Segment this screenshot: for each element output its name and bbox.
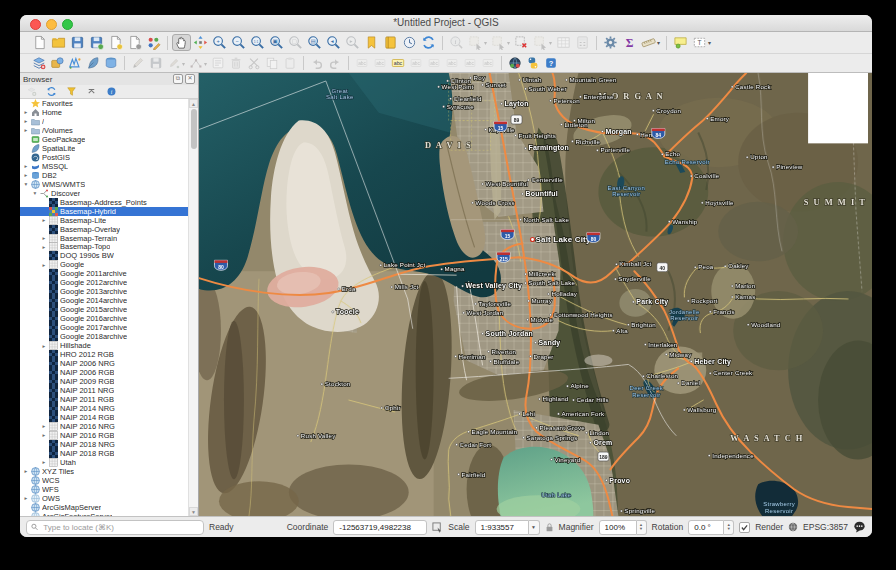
tree-item-naip-2016-nrg[interactable]: ▸NAIP 2016 NRG xyxy=(20,422,198,431)
tree-item-spatialite[interactable]: SpatiaLite xyxy=(20,144,198,153)
dropdown-arrow-icon[interactable]: ▾ xyxy=(708,39,711,46)
expand-closed-icon[interactable]: ▸ xyxy=(40,217,48,223)
tree-item-google-2011archive[interactable]: Google 2011archive xyxy=(20,269,198,278)
tree-item-mssql[interactable]: ▸MSSQL xyxy=(20,162,198,171)
add-geopackage-layer-button[interactable] xyxy=(48,55,66,71)
tree-item-arcgismapserver[interactable]: ArcGisMapServer xyxy=(20,503,198,512)
tree-item-discover[interactable]: ▾Discover xyxy=(20,189,198,198)
quickmapservices-button[interactable] xyxy=(506,55,524,71)
statistical-summary-button[interactable]: Σ xyxy=(620,34,639,51)
locator-input[interactable] xyxy=(41,522,199,533)
tree-item-google[interactable]: ▸Google xyxy=(20,260,198,269)
zoom-window-button[interactable] xyxy=(62,19,73,30)
rotation-spinner[interactable]: ▲▼ xyxy=(724,520,734,535)
refresh-map-button[interactable] xyxy=(419,34,438,51)
zoom-in-button[interactable]: + xyxy=(210,34,229,51)
render-checkbox[interactable] xyxy=(739,522,750,533)
dropdown-arrow-icon[interactable]: ▾ xyxy=(549,39,552,46)
expand-closed-icon[interactable]: ▸ xyxy=(22,468,30,474)
expand-closed-icon[interactable]: ▸ xyxy=(22,495,30,501)
tree-item-basemap-terrain[interactable]: ▸Basemap-Terrain xyxy=(20,234,198,243)
minimize-window-button[interactable] xyxy=(46,19,57,30)
new-project-button[interactable] xyxy=(30,34,49,51)
dropdown-arrow-icon[interactable]: ▾ xyxy=(507,39,510,46)
dropdown-arrow-icon[interactable]: ▾ xyxy=(484,39,487,46)
close-window-button[interactable] xyxy=(30,19,41,30)
help-button[interactable]: ? xyxy=(542,55,560,71)
tree-item-arcgisfeatureserver[interactable]: ArcGisFeatureServer xyxy=(20,512,198,516)
expand-open-icon[interactable]: ▾ xyxy=(22,181,30,187)
scale-combo[interactable] xyxy=(475,520,529,535)
measure-button[interactable]: ▾ xyxy=(639,34,662,51)
scroll-down-arrow[interactable]: ▼ xyxy=(189,507,198,516)
data-source-manager-button[interactable] xyxy=(30,55,48,71)
enable-properties-widget-button[interactable]: i xyxy=(104,85,119,98)
tree-item-favorites[interactable]: Favorites xyxy=(20,99,198,108)
tree-item-basemap-lite[interactable]: ▸Basemap-Lite xyxy=(20,216,198,225)
crs-globe-icon[interactable] xyxy=(788,522,798,532)
magnifier-spinner[interactable]: ▲▼ xyxy=(637,520,647,535)
tree-item-ows[interactable]: ▸OWS xyxy=(20,494,198,503)
expand-closed-icon[interactable]: ▸ xyxy=(22,172,30,178)
tree-item--[interactable]: ▸/ xyxy=(20,117,198,126)
expand-closed-icon[interactable]: ▸ xyxy=(40,423,48,429)
close-panel-button[interactable]: ✕ xyxy=(185,74,195,84)
expand-closed-icon[interactable]: ▸ xyxy=(40,244,48,250)
expand-closed-icon[interactable]: ▸ xyxy=(40,343,48,349)
new-bookmark-button[interactable] xyxy=(362,34,381,51)
refresh-browser-button[interactable] xyxy=(44,85,59,98)
show-map-tips-abc-button[interactable]: abc xyxy=(389,55,407,71)
dropdown-arrow-icon[interactable]: ▾ xyxy=(657,39,660,46)
map-tips-button[interactable] xyxy=(671,34,690,51)
expand-open-icon[interactable]: ▾ xyxy=(31,190,39,196)
processing-toolbox-button[interactable] xyxy=(601,34,620,51)
show-bookmarks-button[interactable] xyxy=(381,34,400,51)
extent-toggle-icon[interactable] xyxy=(432,522,443,533)
tree-item-naip-2011-rgb[interactable]: NAIP 2011 RGB xyxy=(20,395,198,404)
tree-item-naip-2009-rgb[interactable]: NAIP 2009 RGB xyxy=(20,377,198,386)
tree-item-xyz-tiles[interactable]: ▸XYZ Tiles xyxy=(20,467,198,476)
expand-closed-icon[interactable]: ▸ xyxy=(22,163,30,169)
tree-item-wcs[interactable]: WCS xyxy=(20,476,198,485)
coordinate-input[interactable] xyxy=(337,522,423,533)
tree-item-geopackage[interactable]: GeoPackage xyxy=(20,135,198,144)
tree-item-google-2016archive[interactable]: Google 2016archive xyxy=(20,314,198,323)
deselect-all-button[interactable] xyxy=(512,34,531,51)
scrollbar-thumb[interactable] xyxy=(191,109,197,149)
expand-closed-icon[interactable]: ▸ xyxy=(22,109,30,115)
browser-scrollbar[interactable]: ▲ ▼ xyxy=(188,99,198,516)
expand-closed-icon[interactable]: ▸ xyxy=(22,118,30,124)
expand-closed-icon[interactable]: ▸ xyxy=(22,127,30,133)
temporal-controller-button[interactable] xyxy=(400,34,419,51)
scale-input[interactable] xyxy=(479,522,525,533)
tree-item-google-2013archive[interactable]: Google 2013archive xyxy=(20,287,198,296)
save-project-as-button[interactable] xyxy=(87,34,106,51)
tree-item-basemap-topo[interactable]: ▸Basemap-Topo xyxy=(20,243,198,252)
tree-item-naip-2011-nrg[interactable]: NAIP 2011 NRG xyxy=(20,386,198,395)
collapse-all-button[interactable] xyxy=(84,85,99,98)
log-messages-icon[interactable] xyxy=(853,521,866,533)
pan-map-button[interactable] xyxy=(172,34,191,51)
expand-closed-icon[interactable]: ▸ xyxy=(40,432,48,438)
tree-item-utah[interactable]: ▸Utah xyxy=(20,458,198,467)
tree-item-naip-2016-rgb[interactable]: ▸NAIP 2016 RGB xyxy=(20,431,198,440)
map-canvas[interactable]: D A V I SM O R G A NS U M M I TW A S A T… xyxy=(199,73,872,516)
new-print-layout-button[interactable] xyxy=(106,34,125,51)
tree-item-naip-2014-rgb[interactable]: NAIP 2014 RGB xyxy=(20,413,198,422)
tree-item-google-2015archive[interactable]: Google 2015archive xyxy=(20,305,198,314)
pan-to-selection-button[interactable] xyxy=(191,34,210,51)
scale-dropdown-arrow[interactable]: ▼ xyxy=(529,520,540,535)
tree-item-naip-2018-nrg[interactable]: NAIP 2018 NRG xyxy=(20,440,198,449)
tree-item--volumes[interactable]: ▸/Volumes xyxy=(20,126,198,135)
tree-item-naip-2006-rgb[interactable]: NAIP 2006 RGB xyxy=(20,368,198,377)
dropdown-arrow-icon[interactable]: ▾ xyxy=(204,60,207,67)
filter-browser-button[interactable] xyxy=(64,85,79,98)
lock-scale-icon[interactable] xyxy=(545,522,554,533)
tree-item-naip-2006-nrg[interactable]: NAIP 2006 NRG xyxy=(20,359,198,368)
expand-closed-icon[interactable]: ▸ xyxy=(40,235,48,241)
tree-item-google-2017archive[interactable]: Google 2017archive xyxy=(20,323,198,332)
tree-item-google-2014archive[interactable]: Google 2014archive xyxy=(20,296,198,305)
tree-item-postgis[interactable]: PostGIS xyxy=(20,153,198,162)
dropdown-arrow-icon[interactable]: ▾ xyxy=(182,60,185,67)
crs-status[interactable]: EPSG:3857 xyxy=(803,522,848,532)
